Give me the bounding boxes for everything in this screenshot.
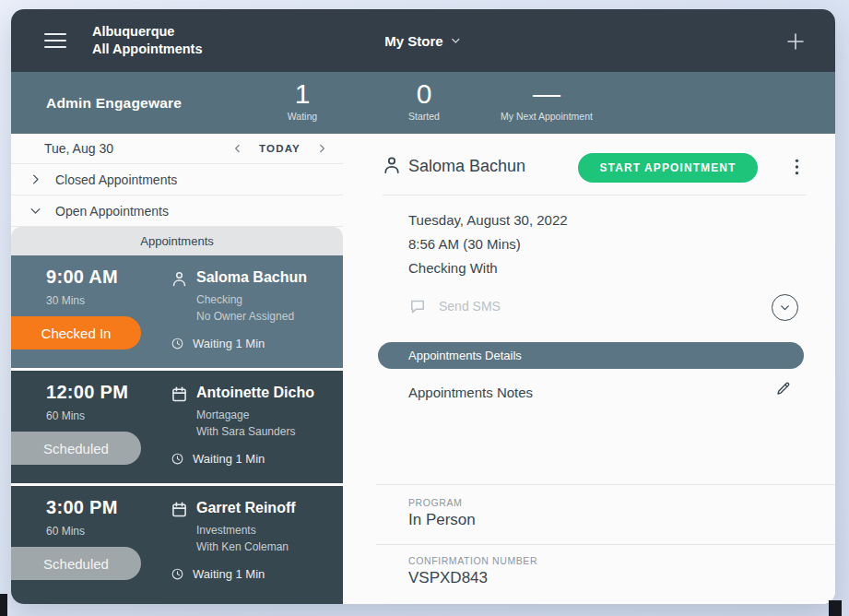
confirmation-number-value: VSPXD843 [408, 569, 488, 587]
edit-notes-button[interactable] [774, 380, 792, 397]
waiting-time: Waiting 1 Min [171, 337, 265, 350]
current-date-label: Tue, Aug 30 [44, 141, 231, 156]
appointments-details-label: Appointments Details [408, 349, 522, 362]
chevron-right-icon [315, 142, 328, 155]
screen-edge-artifact [0, 594, 7, 616]
kebab-icon[interactable] [785, 155, 808, 179]
closed-appointments-label: Closed Appointments [55, 172, 177, 187]
customer-name: Antoinette Dicho [196, 385, 314, 401]
person-icon [381, 154, 403, 176]
chat-bubble-icon [408, 297, 427, 315]
appointment-duration: 60 Mins [46, 409, 85, 422]
previous-day-button[interactable] [231, 142, 244, 155]
status-badge: Scheduled [11, 547, 141, 580]
calendar-icon [170, 385, 189, 404]
confirmation-number-label: CONFIRMATION NUMBER [408, 555, 537, 566]
appointment-time: 12:00 PM [46, 382, 128, 403]
appointment-duration: 60 Mins [46, 525, 85, 538]
person-icon [170, 269, 189, 289]
appointments-tab-label: Appointments [140, 234, 214, 248]
status-badge: Scheduled [11, 432, 141, 465]
app-window: Albuquerque All Appointments My Store Ad… [11, 9, 835, 604]
owner-label: With Ken Coleman [196, 540, 289, 553]
appointment-duration: 30 Mins [46, 294, 85, 307]
service-label: Mortagage [196, 409, 249, 421]
chevron-down-icon [451, 35, 462, 46]
clock-icon [171, 452, 184, 466]
appointment-time: 9:00 AM [46, 267, 118, 288]
open-appointments-section[interactable]: Open Appointments [11, 195, 343, 227]
owner-label: With Sara Saunders [196, 425, 295, 438]
customer-name: Garret Reinoff [196, 500, 296, 516]
waiting-time-label: Waiting 1 Min [193, 337, 265, 350]
expand-details-button[interactable] [772, 294, 798, 321]
status-bar: Admin Engageware 1 Wating 0 Started — My… [11, 72, 835, 134]
calendar-icon [170, 500, 189, 519]
clock-icon [171, 567, 184, 581]
divider [376, 544, 835, 545]
screen-edge-artifact [829, 600, 842, 616]
detail-time: 8:56 AM (30 Mins) [408, 232, 568, 256]
divider [376, 484, 835, 485]
view-label: All Appointments [92, 41, 202, 58]
waiting-time: Waiting 1 Min [171, 452, 265, 466]
appointment-time: 3:00 PM [46, 497, 118, 518]
store-label: My Store [384, 33, 442, 49]
location-label: Albuquerque [92, 23, 202, 41]
detail-date: Tuesday, August 30, 2022 [408, 208, 568, 232]
next-appointment-value: — [464, 78, 630, 110]
program-label: PROGRAM [408, 497, 462, 508]
appointments-details-tab[interactable]: Appointments Details [378, 342, 804, 369]
open-appointments-label: Open Appointments [55, 204, 169, 219]
today-button[interactable]: TODAY [259, 143, 301, 154]
service-label: Checking [196, 293, 242, 306]
appointments-sidebar: Tue, Aug 30 TODAY [11, 134, 343, 604]
appointment-card-antoinette-dicho[interactable]: 12:00 PM 60 Mins Scheduled Antoinette Di… [11, 371, 343, 483]
owner-label: No Owner Assigned [196, 310, 294, 323]
detail-service: Checking With [408, 256, 568, 280]
store-selector[interactable]: My Store [384, 33, 461, 49]
appointment-card-saloma-bachun[interactable]: 9:00 AM 30 Mins Checked In Saloma Bachun… [11, 255, 343, 368]
chevron-right-icon [29, 172, 42, 186]
date-navigation-row: Tue, Aug 30 TODAY [11, 134, 343, 164]
waiting-time: Waiting 1 Min [171, 567, 265, 581]
waiting-time-label: Waiting 1 Min [193, 567, 265, 581]
appointment-summary: Tuesday, August 30, 2022 8:56 AM (30 Min… [408, 208, 568, 280]
chevron-down-icon [29, 204, 42, 218]
appointments-notes-label: Appointments Notes [408, 385, 533, 400]
next-day-button[interactable] [315, 142, 328, 155]
service-label: Investments [196, 524, 256, 537]
next-appointment-stat[interactable]: — My Next Appointment [464, 78, 630, 122]
chevron-left-icon [231, 142, 244, 155]
admin-label: Admin Engageware [46, 95, 182, 112]
send-sms-button[interactable]: Send SMS [408, 297, 501, 315]
add-appointment-button[interactable] [784, 30, 808, 53]
menu-icon[interactable] [44, 33, 66, 48]
app-bar: Albuquerque All Appointments My Store [11, 9, 835, 72]
appointment-detail-panel: Saloma Bachun START APPOINTMENT Tuesday,… [343, 134, 835, 604]
detail-customer-name: Saloma Bachun [408, 157, 525, 176]
divider [383, 195, 807, 195]
clock-icon [171, 337, 184, 350]
page-title: Albuquerque All Appointments [92, 23, 202, 58]
program-value: In Person [408, 511, 476, 529]
customer-name: Saloma Bachun [196, 269, 307, 286]
waiting-time-label: Waiting 1 Min [193, 452, 265, 466]
next-appointment-label: My Next Appointment [464, 111, 630, 122]
plus-icon [784, 30, 807, 53]
pencil-icon [774, 380, 792, 397]
appointments-tab[interactable]: Appointments [11, 227, 343, 255]
appointment-card-garret-reinoff[interactable]: 3:00 PM 60 Mins Scheduled Garret Reinoff… [11, 486, 343, 604]
chevron-down-circle-icon [779, 302, 791, 314]
start-appointment-button[interactable]: START APPOINTMENT [578, 153, 758, 183]
appointments-list: 9:00 AM 30 Mins Checked In Saloma Bachun… [11, 255, 343, 604]
status-badge: Checked In [11, 316, 141, 349]
send-sms-label: Send SMS [439, 299, 501, 314]
closed-appointments-section[interactable]: Closed Appointments [11, 164, 343, 195]
